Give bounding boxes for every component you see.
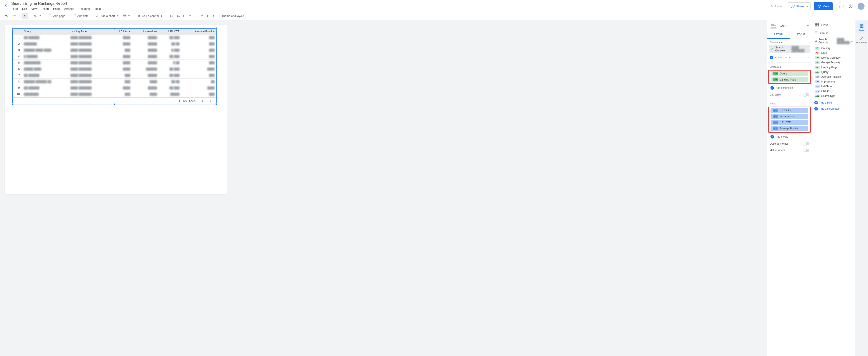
reset-button[interactable]: Reset: [767, 3, 784, 10]
pager-prev[interactable]: [199, 99, 205, 103]
col-url-clicks[interactable]: Url Clicks ▼: [106, 29, 132, 34]
data-fields-panel: Data Search Console ████ ███████ ‹› 🌐Cou…: [812, 21, 855, 356]
field-item[interactable]: 🌐Country: [814, 46, 853, 51]
svg-rect-11: [125, 15, 126, 15]
table-row[interactable]: 7. ██ ██████ ████ ███████ ███ █████ ██ █…: [12, 72, 216, 78]
table-row[interactable]: 6. █████ ████ ████ ███████ ████ ██████ █…: [12, 66, 216, 72]
menu-file[interactable]: File: [11, 6, 20, 11]
embed-button[interactable]: [168, 13, 175, 19]
data-table: Query Landing Page Url Clicks ▼ Impressi…: [12, 29, 216, 97]
tab-style[interactable]: STYLE: [789, 31, 812, 39]
panel-collapse[interactable]: [806, 24, 809, 27]
field-item[interactable]: ABCLanding Page: [814, 65, 853, 70]
menu-arrange[interactable]: Arrange: [62, 6, 76, 11]
text-icon: [188, 14, 192, 18]
table-row[interactable]: 3. ██████ ████ ████ ████ ███████ ███ ███…: [12, 47, 216, 54]
expand-icon[interactable]: ‹›: [851, 39, 853, 42]
field-item[interactable]: ABCDevice Category: [814, 55, 853, 60]
add-control-button[interactable]: Add a control▼: [135, 13, 164, 19]
col-url-ctr[interactable]: URL CTR: [159, 29, 181, 34]
rail-properties[interactable]: Properties: [856, 34, 867, 45]
menu-resource[interactable]: Resource: [76, 6, 93, 11]
shape-button[interactable]: ▼: [205, 13, 216, 19]
field-item[interactable]: 123URL CTR: [814, 89, 853, 94]
field-search[interactable]: [812, 29, 855, 36]
field-item[interactable]: ABCSearch type: [814, 94, 853, 98]
data-source-heading[interactable]: Search Console ████ ███████ ‹›: [812, 36, 855, 46]
help-button[interactable]: [847, 2, 855, 10]
select-tool[interactable]: [22, 13, 28, 19]
redo-button[interactable]: [10, 13, 18, 19]
menu-help[interactable]: Help: [93, 6, 103, 11]
toggle-switch[interactable]: [803, 93, 809, 96]
document-title[interactable]: Search Engine Rankings Report: [11, 1, 767, 6]
metric-sliders-toggle[interactable]: Metric sliders: [767, 147, 812, 154]
theme-layout-button[interactable]: Theme and layout: [220, 13, 246, 19]
table-row[interactable]: 4. █ ██████ ████ ███████ ████ █████ ██ █…: [12, 54, 216, 60]
add-metric-button[interactable]: +Add metric: [769, 134, 810, 139]
plus-icon: +: [771, 135, 774, 138]
table-row[interactable]: 1. ██ ██████ ████ ███████ ████ █████ ██ …: [12, 34, 216, 41]
share-button[interactable]: Share: [787, 2, 807, 10]
more-options-button[interactable]: [836, 2, 844, 10]
field-item[interactable]: 123Url Clicks: [814, 84, 853, 89]
help-icon: [848, 4, 853, 8]
community-viz-button[interactable]: ▼: [121, 13, 132, 19]
col-landing-page[interactable]: Landing Page: [69, 29, 106, 34]
search-input[interactable]: [819, 31, 852, 34]
table-row[interactable]: 5. █████████ ████ ███████ ████ █████ █ █…: [12, 60, 216, 66]
view-button[interactable]: View: [814, 2, 833, 10]
toggle-switch[interactable]: [803, 149, 809, 152]
share-dropdown[interactable]: [805, 2, 811, 10]
metric-chip[interactable]: AUTUrl Clicks: [771, 108, 808, 113]
chart-type-icon[interactable]: [770, 23, 777, 29]
metric-chip[interactable]: AUTURL CTR: [771, 120, 808, 125]
svg-point-19: [222, 28, 222, 28]
field-item[interactable]: 📅Date: [814, 51, 853, 55]
dimension-chip[interactable]: ABCLanding Page: [771, 77, 808, 82]
undo-button[interactable]: [3, 13, 10, 19]
table-row[interactable]: 9. ██ ██████ ████ ███████ ████ █████ ██ …: [12, 85, 216, 91]
field-item[interactable]: ABCGoogle Property: [814, 60, 853, 65]
canvas[interactable]: Query Landing Page Url Clicks ▼ Impressi…: [0, 21, 767, 356]
add-field-button[interactable]: +Add a field: [812, 100, 855, 106]
add-data-button[interactable]: Add data: [71, 13, 90, 19]
menu-insert[interactable]: Insert: [40, 6, 51, 11]
rail-data[interactable]: Data: [856, 22, 867, 33]
table-chart[interactable]: Query Landing Page Url Clicks ▼ Impressi…: [12, 29, 216, 104]
zoom-icon: [34, 14, 37, 18]
table-row[interactable]: 2. ███████ ████ ███████ ████ █████ ██ ██…: [12, 41, 216, 47]
tab-setup[interactable]: SETUP: [767, 31, 789, 39]
chart-more-icon[interactable]: [220, 27, 224, 30]
col-query[interactable]: Query: [22, 29, 69, 34]
zoom-dropdown[interactable]: ▼: [32, 13, 43, 19]
image-button[interactable]: ▼: [175, 13, 186, 19]
add-parameter-button[interactable]: +Add a parameter: [812, 106, 855, 112]
pager-next[interactable]: [208, 99, 214, 103]
metric-chip[interactable]: AUTImpressions: [771, 114, 808, 119]
drilldown-toggle[interactable]: Drill down: [767, 92, 812, 98]
blend-data-button[interactable]: + BLEND DATA ?⃝: [767, 55, 812, 61]
line-button[interactable]: ▼: [194, 13, 205, 19]
field-item[interactable]: 123Average Position: [814, 74, 853, 79]
table-row[interactable]: 8. ██████ ██████ ██ ████ ███████ ███ ███…: [12, 78, 216, 85]
add-dimension-button[interactable]: +Add dimension: [769, 85, 810, 91]
data-source-chip[interactable]: Search Console ████ ███████: [769, 45, 810, 53]
col-avg-position[interactable]: Average Position: [181, 29, 216, 34]
toggle-switch[interactable]: [803, 142, 809, 145]
add-page-button[interactable]: Add page: [47, 13, 67, 19]
text-button[interactable]: [187, 13, 193, 19]
menu-view[interactable]: View: [29, 6, 39, 11]
dimension-chip[interactable]: ABCQuery: [771, 71, 808, 76]
optional-metrics-toggle[interactable]: Optional metrics: [767, 140, 812, 147]
help-icon[interactable]: ?⃝: [807, 56, 809, 59]
menu-page[interactable]: Page: [51, 6, 62, 11]
metric-chip[interactable]: AUTAverage Position: [771, 126, 808, 131]
col-impressions[interactable]: Impressions: [132, 29, 159, 34]
field-item[interactable]: ABCQuery: [814, 70, 853, 74]
field-item[interactable]: 123Impressions: [814, 79, 853, 84]
menu-edit[interactable]: Edit: [20, 6, 29, 11]
add-chart-button[interactable]: Add a chart▼: [94, 13, 121, 19]
user-avatar[interactable]: [858, 3, 865, 10]
table-row[interactable]: 10. ████████ ████ ███████ ███ ████ █████…: [12, 91, 216, 97]
